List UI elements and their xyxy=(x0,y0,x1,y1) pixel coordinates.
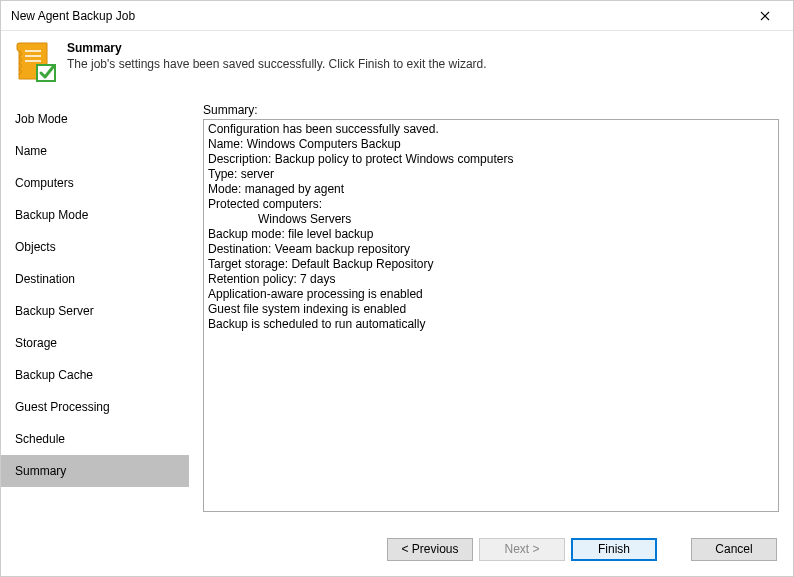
sidebar-item-job-mode[interactable]: Job Mode xyxy=(1,103,189,135)
summary-icon xyxy=(13,39,57,83)
titlebar: New Agent Backup Job xyxy=(1,1,793,31)
cancel-button[interactable]: Cancel xyxy=(691,538,777,561)
wizard-sidebar: Job Mode Name Computers Backup Mode Obje… xyxy=(1,97,189,522)
sidebar-item-guest-processing[interactable]: Guest Processing xyxy=(1,391,189,423)
sidebar-item-label: Schedule xyxy=(15,432,65,446)
sidebar-item-label: Computers xyxy=(15,176,74,190)
wizard-header: Summary The job's settings have been sav… xyxy=(1,31,793,97)
sidebar-item-label: Guest Processing xyxy=(15,400,110,414)
sidebar-item-storage[interactable]: Storage xyxy=(1,327,189,359)
sidebar-item-label: Job Mode xyxy=(15,112,68,126)
header-text-block: Summary The job's settings have been sav… xyxy=(67,39,487,71)
close-button[interactable] xyxy=(745,2,785,30)
sidebar-item-backup-server[interactable]: Backup Server xyxy=(1,295,189,327)
sidebar-item-label: Storage xyxy=(15,336,57,350)
window-title: New Agent Backup Job xyxy=(11,9,745,23)
sidebar-item-label: Objects xyxy=(15,240,56,254)
wizard-main: Summary: Configuration has been successf… xyxy=(189,97,793,522)
sidebar-item-label: Destination xyxy=(15,272,75,286)
sidebar-item-destination[interactable]: Destination xyxy=(1,263,189,295)
sidebar-item-summary[interactable]: Summary xyxy=(1,455,189,487)
summary-textbox[interactable]: Configuration has been successfully save… xyxy=(203,119,779,512)
finish-button[interactable]: Finish xyxy=(571,538,657,561)
nav-button-group: < Previous Next > Finish xyxy=(387,538,657,561)
sidebar-item-label: Backup Mode xyxy=(15,208,88,222)
wizard-content: Job Mode Name Computers Backup Mode Obje… xyxy=(1,97,793,522)
close-icon xyxy=(760,11,770,21)
wizard-footer: < Previous Next > Finish Cancel xyxy=(1,522,793,576)
sidebar-item-schedule[interactable]: Schedule xyxy=(1,423,189,455)
sidebar-item-objects[interactable]: Objects xyxy=(1,231,189,263)
sidebar-item-name[interactable]: Name xyxy=(1,135,189,167)
sidebar-item-backup-mode[interactable]: Backup Mode xyxy=(1,199,189,231)
next-button: Next > xyxy=(479,538,565,561)
sidebar-item-label: Backup Server xyxy=(15,304,94,318)
sidebar-item-label: Summary xyxy=(15,464,66,478)
sidebar-item-backup-cache[interactable]: Backup Cache xyxy=(1,359,189,391)
header-subtitle: The job's settings have been saved succe… xyxy=(67,57,487,71)
sidebar-item-label: Name xyxy=(15,144,47,158)
summary-label: Summary: xyxy=(203,103,779,117)
previous-button[interactable]: < Previous xyxy=(387,538,473,561)
sidebar-item-label: Backup Cache xyxy=(15,368,93,382)
header-title: Summary xyxy=(67,41,487,55)
sidebar-item-computers[interactable]: Computers xyxy=(1,167,189,199)
